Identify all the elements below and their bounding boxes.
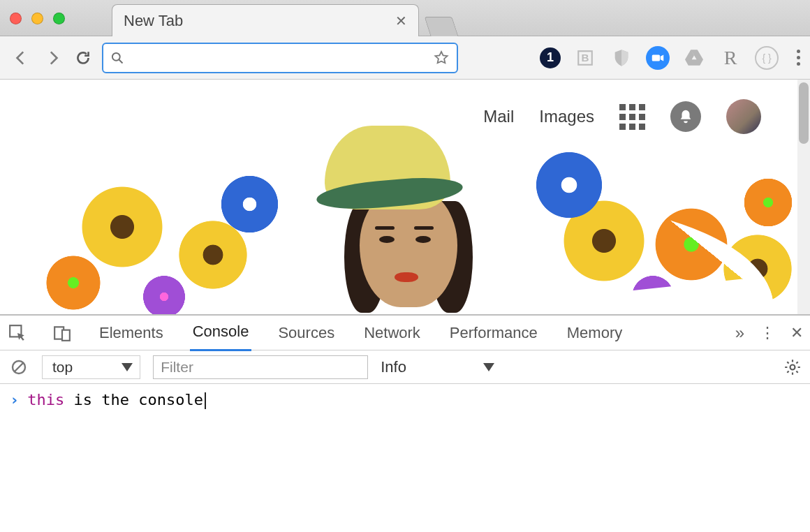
svg-line-1 (119, 59, 123, 63)
prompt-chevron-icon: › (10, 391, 19, 408)
back-button[interactable] (10, 46, 34, 70)
console-prompt-line[interactable]: › this is the console (10, 391, 800, 409)
console-settings-icon[interactable] (783, 358, 802, 376)
extension-braces-icon[interactable]: { } (755, 46, 779, 70)
tab-console[interactable]: Console (190, 314, 252, 351)
device-toolbar-icon[interactable] (52, 323, 73, 343)
minimize-window-button[interactable] (31, 13, 43, 24)
svg-rect-7 (62, 330, 70, 340)
extension-b-icon[interactable]: B (573, 46, 597, 70)
text-cursor (205, 392, 206, 409)
page-scrollbar[interactable] (797, 80, 810, 314)
google-doodle[interactable] (0, 133, 810, 314)
forward-button[interactable] (40, 46, 64, 70)
address-input[interactable] (131, 50, 426, 65)
devtools-menu-icon[interactable]: ⋮ (760, 324, 775, 342)
svg-rect-4 (652, 54, 660, 61)
tab-close-icon[interactable]: ✕ (395, 13, 407, 29)
browser-tabs: New Tab ✕ (112, 4, 455, 36)
dropdown-triangle-icon (122, 363, 133, 371)
chrome-menu-button[interactable] (797, 50, 800, 66)
tab-memory[interactable]: Memory (564, 316, 625, 350)
browser-toolbar: 1 B R { } (0, 36, 810, 80)
filter-placeholder: Filter (161, 359, 193, 376)
images-link[interactable]: Images (539, 107, 594, 126)
console-output[interactable]: › this is the console (0, 384, 810, 532)
doodle-figure (283, 126, 527, 314)
extension-drive-icon[interactable] (682, 46, 706, 70)
extension-notification-badge[interactable]: 1 (540, 47, 561, 68)
more-tabs-icon[interactable]: » (735, 323, 744, 343)
svg-point-0 (112, 52, 120, 60)
close-window-button[interactable] (10, 13, 22, 24)
context-label: top (52, 359, 73, 376)
reload-button[interactable] (71, 46, 95, 70)
devtools-tabbar: Elements Console Sources Network Perform… (0, 316, 810, 350)
clear-console-icon[interactable] (8, 357, 29, 378)
maximize-window-button[interactable] (53, 13, 65, 24)
traffic-lights (10, 13, 65, 24)
extension-zoom-icon[interactable] (646, 46, 670, 70)
console-rest: is the console (64, 391, 203, 408)
svg-text:B: B (582, 52, 589, 64)
browser-tab-active[interactable]: New Tab ✕ (112, 4, 419, 36)
badge-count: 1 (547, 50, 554, 65)
log-level-label: Info (381, 358, 406, 376)
new-tab-button[interactable] (424, 17, 458, 36)
console-toolbar: top Filter Info (0, 350, 810, 384)
svg-point-10 (790, 364, 795, 369)
extension-shield-icon[interactable] (610, 46, 633, 70)
console-keyword: this (27, 391, 64, 408)
console-input-text[interactable]: this is the console (27, 391, 206, 409)
dropdown-triangle-icon (483, 363, 494, 371)
page-content: Mail Images (0, 80, 810, 314)
tab-network[interactable]: Network (361, 316, 423, 350)
bookmark-star-icon[interactable] (433, 50, 450, 66)
omnibox[interactable] (102, 43, 458, 73)
notifications-bell-icon[interactable] (670, 101, 701, 132)
context-selector[interactable]: top (42, 355, 140, 379)
log-level-selector[interactable]: Info (381, 358, 494, 376)
tab-performance[interactable]: Performance (447, 316, 540, 350)
account-avatar[interactable] (726, 99, 761, 134)
devtools-panel: Elements Console Sources Network Perform… (0, 314, 810, 532)
inspect-element-icon[interactable] (7, 323, 28, 343)
tab-sources[interactable]: Sources (275, 316, 337, 350)
devtools-close-icon[interactable]: ✕ (790, 324, 803, 342)
gmail-link[interactable]: Mail (483, 107, 514, 126)
google-apps-icon[interactable] (619, 104, 645, 130)
svg-line-9 (15, 363, 23, 371)
tab-elements[interactable]: Elements (96, 316, 166, 350)
console-filter-input[interactable]: Filter (153, 355, 368, 379)
search-icon (110, 51, 124, 65)
extension-icons: 1 B R { } (540, 46, 800, 70)
tab-title: New Tab (124, 12, 395, 30)
window-titlebar: New Tab ✕ (0, 0, 810, 36)
extension-r-icon[interactable]: R (719, 46, 742, 70)
